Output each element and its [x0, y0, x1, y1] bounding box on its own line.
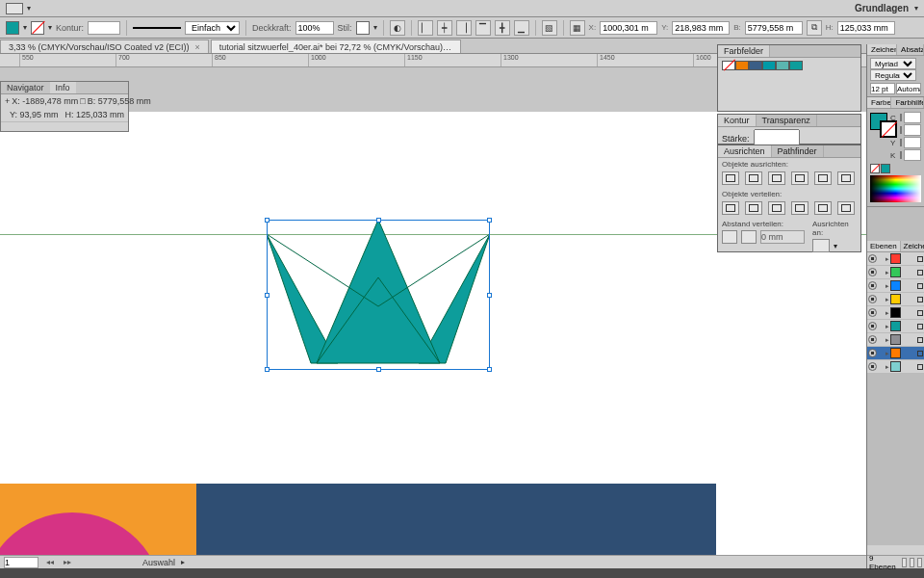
lock-slot[interactable]: [878, 322, 885, 330]
current-fill-chip[interactable]: [881, 164, 890, 173]
dist-spacing-v-btn[interactable]: [722, 230, 737, 244]
align-to-btn[interactable]: [812, 239, 830, 252]
disclosure-icon[interactable]: ▸: [886, 309, 889, 317]
cyan-slider[interactable]: [900, 114, 902, 121]
disclosure-icon[interactable]: ▸: [886, 363, 889, 371]
x-field[interactable]: [600, 21, 657, 35]
graphic-style-swatch[interactable]: [356, 21, 370, 35]
app-menu-dropdown-icon[interactable]: ▾: [27, 4, 31, 13]
disclosure-icon[interactable]: ▸: [886, 350, 889, 357]
workspace-dropdown-icon[interactable]: ▾: [914, 4, 918, 13]
target-icon[interactable]: [917, 270, 923, 276]
align-vcenter-button[interactable]: ╋: [495, 20, 510, 36]
align-hcenter-btn[interactable]: [745, 171, 762, 185]
visibility-icon[interactable]: [868, 349, 877, 357]
tab-swatches[interactable]: Farbfelder: [718, 45, 770, 57]
tab-character[interactable]: Zeichen: [867, 44, 897, 55]
tab-layers[interactable]: Ebenen: [867, 241, 901, 251]
tab-transparency[interactable]: Transparenz: [757, 115, 817, 126]
stroke-style-select[interactable]: Einfach: [185, 21, 240, 35]
prev-page-icon[interactable]: ◂◂: [44, 558, 56, 566]
disclosure-icon[interactable]: ▸: [886, 269, 889, 276]
bbox-handle[interactable]: [487, 218, 492, 223]
layer-row[interactable]: ▸: [867, 293, 924, 306]
target-icon[interactable]: [917, 297, 923, 302]
visibility-icon[interactable]: [868, 281, 877, 290]
layer-row[interactable]: ▸: [867, 333, 924, 347]
dist-bottom-btn[interactable]: [768, 201, 785, 215]
leading-field[interactable]: [896, 83, 921, 94]
visibility-icon[interactable]: [868, 308, 877, 317]
opacity-field[interactable]: [295, 21, 334, 35]
lock-slot[interactable]: [878, 362, 885, 371]
align-hcenter-button[interactable]: ┿: [437, 20, 452, 36]
tab-artboards[interactable]: Zeichenfl: [901, 241, 924, 251]
lock-slot[interactable]: [878, 295, 885, 303]
none-swatch[interactable]: [870, 164, 880, 173]
tab-info[interactable]: Info: [50, 82, 76, 93]
target-icon[interactable]: [917, 283, 923, 289]
dist-right-btn[interactable]: [837, 201, 855, 215]
dist-hcenter-btn[interactable]: [814, 201, 832, 215]
stroke-weight-field[interactable]: [88, 21, 120, 35]
dist-vcenter-btn[interactable]: [745, 201, 762, 215]
align-panel[interactable]: Ausrichten Pathfinder Objekte ausrichten…: [717, 144, 861, 252]
dist-left-btn[interactable]: [791, 201, 808, 215]
tab-color[interactable]: Farbe: [867, 97, 891, 108]
disclosure-icon[interactable]: ▸: [886, 255, 889, 263]
layer-row[interactable]: ▸: [867, 347, 924, 360]
document-tab[interactable]: 3,33 % (CMYK/Vorschau/ISO Coated v2 (ECI…: [0, 39, 209, 53]
layer-row[interactable]: ▸: [867, 266, 924, 279]
lock-slot[interactable]: [878, 268, 885, 276]
disclosure-icon[interactable]: ▸: [886, 323, 889, 330]
layer-row[interactable]: ▸: [867, 360, 924, 374]
layer-row[interactable]: ▸: [867, 320, 924, 333]
layer-delete-btn[interactable]: [917, 558, 922, 567]
page-field[interactable]: [4, 557, 38, 568]
lock-slot[interactable]: [878, 254, 885, 263]
target-icon[interactable]: [917, 256, 923, 262]
y-field[interactable]: [672, 21, 730, 35]
black-field[interactable]: [904, 149, 921, 161]
spacing-field[interactable]: [760, 230, 805, 244]
fill-swatch[interactable]: [6, 21, 19, 35]
yellow-slider[interactable]: [900, 139, 902, 146]
close-icon[interactable]: ×: [195, 42, 200, 52]
magenta-slider[interactable]: [900, 126, 902, 134]
lock-slot[interactable]: [878, 349, 885, 357]
bbox-handle[interactable]: [265, 293, 270, 298]
align-vcenter-btn[interactable]: [814, 171, 832, 185]
target-icon[interactable]: [917, 351, 923, 356]
disclosure-icon[interactable]: ▸: [886, 336, 889, 344]
bbox-handle[interactable]: [487, 367, 492, 372]
align-bottom-btn[interactable]: [837, 171, 855, 185]
target-icon[interactable]: [917, 364, 923, 370]
next-page-icon[interactable]: ▸▸: [62, 558, 73, 566]
align-right-btn[interactable]: [768, 171, 785, 185]
lock-slot[interactable]: [878, 335, 885, 344]
cyan-field[interactable]: [904, 112, 921, 123]
transform-button[interactable]: ▧: [542, 20, 557, 36]
swatch[interactable]: [762, 61, 776, 70]
swatch[interactable]: [789, 61, 803, 70]
tab-colorguide[interactable]: Farbhilfe: [891, 97, 924, 108]
info-panel[interactable]: Navigator Info + X: -1889,478 mm □ B: 57…: [0, 81, 129, 132]
fill-stroke-indicator[interactable]: [870, 113, 888, 138]
layer-row[interactable]: ▸: [867, 279, 924, 293]
visibility-icon[interactable]: [868, 322, 877, 330]
black-slider[interactable]: [900, 151, 902, 159]
align-left-btn[interactable]: [722, 171, 739, 185]
bbox-handle[interactable]: [265, 218, 270, 223]
swatch[interactable]: [776, 61, 789, 70]
magenta-field[interactable]: [904, 124, 921, 136]
target-icon[interactable]: [917, 324, 923, 329]
layer-locate-btn[interactable]: [902, 558, 907, 567]
visibility-icon[interactable]: [868, 254, 877, 263]
dist-top-btn[interactable]: [722, 201, 739, 215]
align-right-button[interactable]: ▕: [456, 20, 472, 36]
tab-stroke[interactable]: Kontur: [718, 115, 757, 126]
target-icon[interactable]: [917, 310, 923, 316]
font-style-select[interactable]: Regular: [870, 69, 916, 81]
layer-new-btn[interactable]: [910, 558, 914, 567]
swatch[interactable]: [749, 61, 762, 70]
